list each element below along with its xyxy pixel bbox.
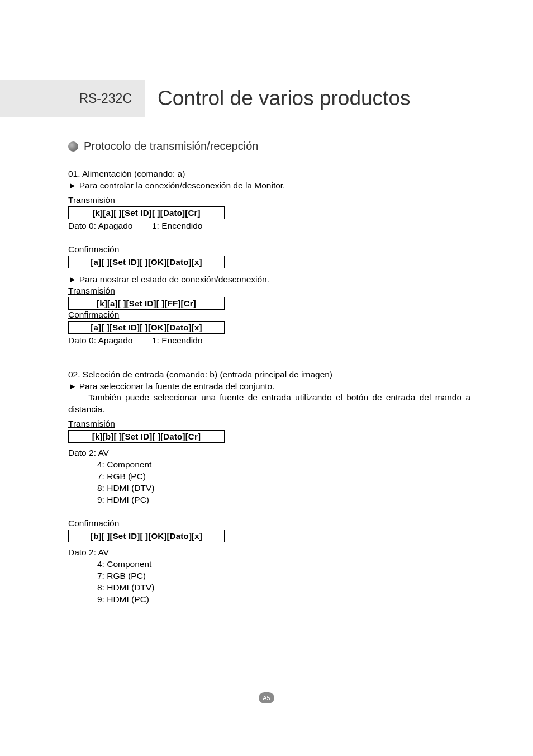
header-right-box: Control de varios productos (145, 80, 486, 117)
page-number: A5 (263, 694, 270, 701)
cmd02-data-l4: 8: HDMI (DTV) (97, 483, 470, 494)
cmd02-title: 02. Selección de entrada (comando: b) (e… (68, 369, 470, 381)
cmd02-desc-l1: ► Para seleccionar la fuente de entrada … (68, 381, 470, 393)
cmd02-tx-label: Transmisión (68, 419, 115, 429)
bullet-icon (68, 141, 78, 152)
cmd02-data2-l3: 7: RGB (PC) (97, 570, 470, 582)
cmd01-conf2-label: Confirmación (68, 310, 119, 320)
cmd01-tx-data: Dato 0: Apagado 1: Encendido (68, 220, 470, 232)
cmd02-desc-l2: También puede seleccionar una fuente de … (68, 392, 470, 415)
cmd02-tx-code: [k][b][ ][Set ID][ ][Dato][Cr] (68, 430, 225, 443)
cmd01-tx2-label: Transmisión (68, 286, 115, 296)
cmd02-data2-head: Dato 2: AV (68, 547, 470, 559)
cmd02-data2-l5: 9: HDMI (PC) (97, 594, 470, 606)
section-title: Protocolo de transmisión/recepción (84, 140, 258, 153)
page-header: RS-232C Control de varios productos (0, 80, 486, 117)
cmd01-desc: ► Para controlar la conexión/desconexión… (68, 180, 470, 192)
cmd01-tx-label: Transmisión (68, 195, 115, 205)
cmd01-conf-label: Confirmación (68, 244, 119, 254)
crop-mark (27, 0, 27, 17)
cmd01-desc2: ► Para mostrar el estado de conexión/des… (68, 274, 470, 286)
cmd02-data2-l4: 8: HDMI (DTV) (97, 582, 470, 594)
page-number-badge: A5 (259, 692, 274, 703)
section-heading: Protocolo de transmisión/recepción (68, 140, 470, 153)
cmd01-conf2-code: [a][ ][Set ID][ ][OK][Dato][x] (68, 321, 225, 334)
header-right-text: Control de varios productos (158, 87, 410, 110)
cmd01-tx2-code: [k][a][ ][Set ID][ ][FF][Cr] (68, 297, 225, 310)
cmd01-tx-code: [k][a][ ][Set ID][ ][Dato][Cr] (68, 206, 225, 219)
cmd01-conf-code: [a][ ][Set ID][ ][OK][Dato][x] (68, 256, 225, 268)
cmd02-conf-code: [b][ ][Set ID][ ][OK][Dato][x] (68, 530, 225, 542)
header-left-text: RS-232C (79, 91, 132, 106)
header-left-box: RS-232C (0, 80, 145, 117)
content-area: Protocolo de transmisión/recepción 01. A… (68, 140, 470, 606)
cmd02-data-head: Dato 2: AV (68, 447, 470, 459)
cmd02-data-list: 4: Component 7: RGB (PC) 8: HDMI (DTV) 9… (68, 459, 470, 506)
cmd02-conf-label: Confirmación (68, 518, 119, 528)
cmd01-title: 01. Alimentación (comando: a) (68, 168, 470, 180)
cmd02-data2-l2: 4: Component (97, 559, 470, 570)
cmd02-data2-list: 4: Component 7: RGB (PC) 8: HDMI (DTV) 9… (68, 559, 470, 606)
cmd01-data2: Dato 0: Apagado 1: Encendido (68, 335, 470, 347)
cmd02-data-l3: 7: RGB (PC) (97, 471, 470, 483)
cmd02-data-l2: 4: Component (97, 459, 470, 471)
cmd02-data-l5: 9: HDMI (PC) (97, 494, 470, 506)
